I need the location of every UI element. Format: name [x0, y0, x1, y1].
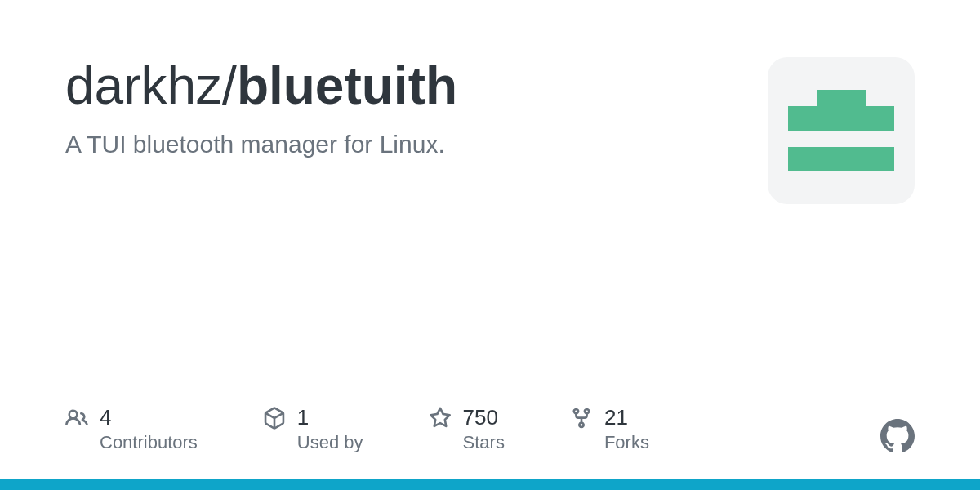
repo-owner: darkhz — [65, 56, 222, 115]
stat-stars: 750 Stars — [429, 405, 505, 453]
star-icon — [429, 407, 452, 430]
stat-value: 750 — [463, 405, 505, 430]
stat-label: Stars — [463, 432, 505, 453]
repo-title: darkhz/bluetuith — [65, 57, 735, 114]
repo-avatar — [768, 57, 915, 204]
stat-used-by: 1 Used by — [263, 405, 363, 453]
stat-label: Used by — [297, 432, 363, 453]
stat-label: Contributors — [100, 432, 198, 453]
fork-icon — [570, 407, 593, 430]
stat-value: 4 — [100, 405, 198, 430]
stat-value: 1 — [297, 405, 363, 430]
stat-value: 21 — [604, 405, 649, 430]
repo-name: bluetuith — [237, 56, 457, 115]
accent-bar — [0, 479, 980, 490]
package-icon — [263, 407, 286, 430]
github-logo-icon — [880, 419, 915, 453]
people-icon — [65, 407, 88, 430]
repo-separator: / — [222, 56, 237, 115]
repo-description: A TUI bluetooth manager for Linux. — [65, 131, 735, 158]
stat-label: Forks — [604, 432, 649, 453]
stat-contributors: 4 Contributors — [65, 405, 198, 453]
stat-forks: 21 Forks — [570, 405, 649, 453]
